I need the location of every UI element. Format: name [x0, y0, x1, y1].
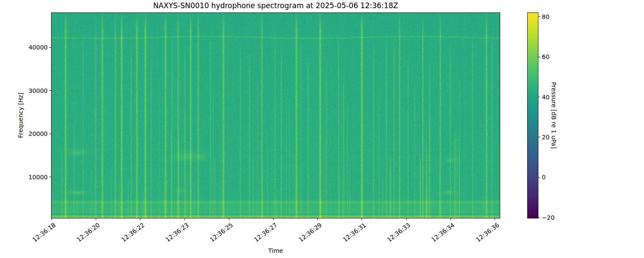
x-axis-label: Time — [268, 247, 283, 254]
y-tick-label: 20000 — [0, 130, 48, 137]
colorbar-tick-mark — [538, 217, 540, 218]
x-tick-label: 12:36:22 — [120, 221, 146, 243]
colorbar-tick-label: 60 — [542, 53, 550, 60]
x-tick-mark — [140, 218, 140, 220]
spectrogram-canvas — [52, 13, 500, 218]
y-tick-mark — [49, 90, 51, 91]
x-tick-label: 12:36:33 — [386, 221, 412, 243]
chart-title: NAXYS-SN0010 hydrophone spectrogram at 2… — [52, 1, 500, 10]
x-tick-mark — [406, 218, 407, 220]
y-tick-label: 40000 — [0, 44, 48, 51]
x-tick-mark — [273, 218, 273, 220]
colorbar-tick-mark — [538, 177, 540, 178]
x-tick-label: 12:36:34 — [430, 221, 456, 243]
colorbar-tick-mark — [538, 57, 540, 57]
y-tick-mark — [49, 177, 51, 177]
y-tick-label: 10000 — [0, 174, 48, 181]
x-tick-mark — [229, 218, 229, 220]
y-tick-mark — [49, 134, 51, 134]
x-tick-label: 12:36:29 — [297, 221, 323, 243]
colorbar-tick-label: 0 — [542, 174, 546, 181]
x-tick-mark — [495, 218, 495, 220]
x-tick-mark — [361, 218, 362, 220]
colorbar-tick-mark — [538, 16, 540, 17]
y-tick-label: 30000 — [0, 87, 48, 94]
x-tick-label: 12:36:25 — [209, 221, 234, 243]
colorbar-tick-label: 40 — [542, 94, 550, 101]
x-tick-label: 12:36:20 — [76, 221, 101, 243]
colorbar — [527, 12, 538, 218]
x-tick-mark — [184, 218, 185, 220]
y-tick-mark — [49, 47, 51, 48]
x-tick-label: 12:36:31 — [342, 221, 368, 243]
colorbar-tick-label: 80 — [542, 13, 550, 20]
x-tick-mark — [96, 218, 96, 220]
x-tick-mark — [317, 218, 318, 220]
plot-area — [51, 12, 500, 218]
x-tick-label: 12:36:27 — [253, 221, 279, 243]
x-tick-label: 12:36:36 — [474, 221, 500, 243]
colorbar-canvas — [528, 13, 538, 218]
spectrogram-figure: NAXYS-SN0010 hydrophone spectrogram at 2… — [0, 0, 644, 258]
colorbar-tick-mark — [538, 97, 540, 97]
x-tick-label: 12:36:18 — [31, 221, 57, 243]
colorbar-tick-label: 20 — [542, 134, 550, 141]
x-tick-mark — [450, 218, 451, 220]
colorbar-label: Pressure [dB re 1 uPa] — [550, 82, 557, 148]
x-tick-label: 12:36:23 — [164, 221, 190, 243]
colorbar-tick-mark — [538, 137, 540, 137]
x-tick-mark — [52, 218, 52, 220]
colorbar-tick-label: −20 — [542, 214, 555, 221]
